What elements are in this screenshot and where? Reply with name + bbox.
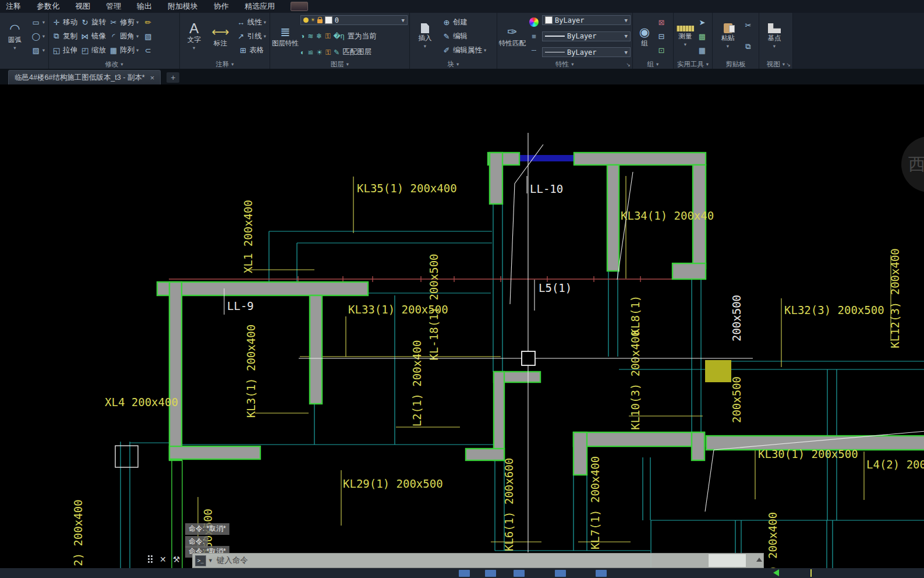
beam-label[interactable]: KL10(3) 200x400 xyxy=(629,330,642,430)
beam-label[interactable]: KL35(1) 200x400 xyxy=(357,182,457,195)
beam-label[interactable]: KL6(1) 200x600 xyxy=(502,458,515,551)
statusbar-toggle-icon[interactable] xyxy=(514,570,525,577)
cut-icon[interactable]: ✂ xyxy=(744,21,753,30)
panel-label-view[interactable]: 视图▾↘ xyxy=(759,59,792,69)
edit-attributes-tool[interactable]: ✐编辑属性▾ xyxy=(441,45,487,55)
chevron-down-icon[interactable]: ▼ xyxy=(208,558,213,563)
cad-wall-segment[interactable] xyxy=(692,432,704,460)
group-edit-icon[interactable]: ⊟ xyxy=(657,32,666,41)
dimension-tool[interactable]: ⟷ 标注 xyxy=(208,14,232,58)
ribbon-tab-view[interactable]: 视图 xyxy=(75,1,90,12)
leader-tool[interactable]: ↗引线▾ xyxy=(235,31,267,41)
copy-tool[interactable]: ⧉复制 xyxy=(51,29,79,43)
drag-handle-icon[interactable] xyxy=(148,555,153,563)
file-tab[interactable]: 临邑4#楼6#结构施工图低版本_t3 - 副本* × xyxy=(8,70,161,84)
cad-wall-segment[interactable] xyxy=(574,153,706,165)
bulb-icon[interactable] xyxy=(303,17,309,23)
beam-label[interactable]: KL34(1) 200x40 xyxy=(621,209,714,222)
trim-tool[interactable]: ✂修剪▾ xyxy=(108,15,140,29)
ungroup-icon[interactable]: ⊠ xyxy=(657,18,666,27)
beam-label[interactable]: KL30(1) 200x500 xyxy=(758,447,858,460)
drawing-canvas[interactable]: KL35(1) 200x400LL-10KL34(1) 200x40LL-9KL… xyxy=(0,0,924,578)
layer-properties-tool[interactable]: ≣ 图层特性 xyxy=(272,14,299,58)
hatch-tool[interactable]: ▨▾ xyxy=(30,46,46,55)
quick-select-icon[interactable]: ➤ xyxy=(698,18,707,27)
beam-label[interactable]: LL-10 xyxy=(530,182,563,195)
copy-clip-icon[interactable]: ⧉ xyxy=(744,42,753,51)
paste-tool[interactable]: 粘贴▾ xyxy=(714,14,741,58)
group-select-icon[interactable]: ⊡ xyxy=(657,46,666,55)
base-point-tool[interactable]: 基点▾ xyxy=(761,14,788,58)
command-input-bar[interactable]: >_ ▼ 键入命令 xyxy=(192,553,764,568)
cad-wall-segment[interactable] xyxy=(490,153,502,204)
explode-tool[interactable]: ▧ xyxy=(142,32,154,41)
panel-label-annotate[interactable]: 注释▾ xyxy=(180,59,270,69)
cad-selected-column[interactable] xyxy=(705,360,731,382)
insert-block-tool[interactable]: 插入▾ xyxy=(412,14,438,58)
ribbon-tab-collaborate[interactable]: 协作 xyxy=(214,1,229,12)
lock-icon[interactable] xyxy=(317,19,323,23)
statusbar-toggle-icon[interactable] xyxy=(459,570,470,577)
beam-label[interactable]: KL8(1) xyxy=(629,295,642,336)
panel-label-layers[interactable]: 图层▾ xyxy=(270,59,409,69)
linetype-select[interactable]: ByLayer▼ xyxy=(542,47,631,57)
ribbon-tab-featured-apps[interactable]: 精选应用 xyxy=(245,1,275,12)
create-block-tool[interactable]: ⊕创建 xyxy=(441,17,469,27)
workspace-icon[interactable]: ▾ xyxy=(291,3,293,9)
cad-wall-segment[interactable] xyxy=(573,432,587,475)
beam-label[interactable]: 1(2) 200x400 xyxy=(72,499,84,578)
new-tab-button[interactable]: + xyxy=(167,72,179,83)
beam-label[interactable]: KL7(1) 200x400 xyxy=(589,456,601,549)
panel-label-utilities[interactable]: 实用工具▾ xyxy=(674,59,712,69)
ribbon-tab-addins[interactable]: 附加模块 xyxy=(168,1,198,12)
linear-dim-tool[interactable]: ↔线性▾ xyxy=(235,17,267,27)
edit-block-tool[interactable]: ✎编辑 xyxy=(441,31,469,41)
beam-label[interactable]: XL4 200x400 xyxy=(105,396,178,408)
command-prompt-icon[interactable]: >_ xyxy=(195,555,206,566)
beam-label[interactable]: KL32(3) 200x500 xyxy=(784,304,884,316)
cad-wall-segment[interactable] xyxy=(672,263,706,279)
rotate-tool[interactable]: ↻旋转 xyxy=(79,15,107,29)
match-layer-button[interactable]: 匹配图层 xyxy=(342,47,371,57)
beam-label[interactable]: KL3(1) 200x400 xyxy=(245,325,257,418)
table-tool[interactable]: ⊞表格 xyxy=(237,45,265,55)
beam-label[interactable]: KL29(1) 200x500 xyxy=(343,477,443,490)
cad-wall-segment[interactable] xyxy=(607,165,619,271)
measure-tool[interactable]: 测量▾ xyxy=(675,14,695,58)
beam-label[interactable]: L4(2) 200x4 xyxy=(866,458,924,471)
group-tool[interactable]: ◉ 组 xyxy=(635,14,654,58)
close-palette-icon[interactable]: ✕ xyxy=(160,555,167,564)
cad-wall-segment[interactable] xyxy=(169,282,182,460)
sun-icon[interactable]: ☀ xyxy=(311,16,315,24)
panel-label-modify[interactable]: 修改▾ xyxy=(49,59,179,69)
panel-expander-icon[interactable]: ↘ xyxy=(626,62,631,68)
beam-label[interactable]: KL-18(1) 200x500 xyxy=(427,253,440,360)
beam-label[interactable]: L5(1) xyxy=(539,281,572,294)
cad-wall-segment[interactable] xyxy=(157,282,368,295)
panel-label-group[interactable]: 组▾ xyxy=(633,59,673,69)
lineweight-select[interactable]: ByLayer▼ xyxy=(542,31,631,41)
ribbon-tab-annotate[interactable]: 注释 xyxy=(6,1,21,12)
beam-label[interactable]: XL1 200x400 xyxy=(242,200,254,273)
arc-tool[interactable]: ◠ 圆弧 ▾ xyxy=(2,14,28,58)
select-all-icon[interactable]: ▩ xyxy=(698,32,707,41)
erase-tool[interactable]: ✏ xyxy=(142,18,154,27)
rectangle-tool[interactable]: ▭▾ xyxy=(30,18,46,27)
cad-white-outline-rect[interactable] xyxy=(115,446,138,467)
ellipse-tool[interactable]: ◯▾ xyxy=(30,32,46,41)
cad-wall-segment[interactable] xyxy=(310,295,322,404)
cad-wall-segment[interactable] xyxy=(169,446,260,459)
object-color-select[interactable]: ByLayer▼ xyxy=(542,15,631,25)
command-expand-arrow-icon[interactable] xyxy=(756,558,762,562)
panel-label-block[interactable]: 块▾ xyxy=(410,59,497,69)
cad-lintel[interactable] xyxy=(517,155,575,161)
ribbon-tab-output[interactable]: 输出 xyxy=(137,1,152,12)
beam-label[interactable]: LL-9 xyxy=(227,299,254,312)
scale-tool[interactable]: ◰缩放 xyxy=(79,43,107,57)
layer-select[interactable]: ☀ 0 ▼ xyxy=(300,15,408,25)
ribbon-tab-parametric[interactable]: 参数化 xyxy=(37,1,59,12)
cad-wall-segment[interactable] xyxy=(494,372,504,460)
cad-wall-segment[interactable] xyxy=(466,449,504,460)
calculator-icon[interactable]: ▦ xyxy=(698,46,707,55)
beam-label[interactable]: 200x500 xyxy=(730,295,743,341)
